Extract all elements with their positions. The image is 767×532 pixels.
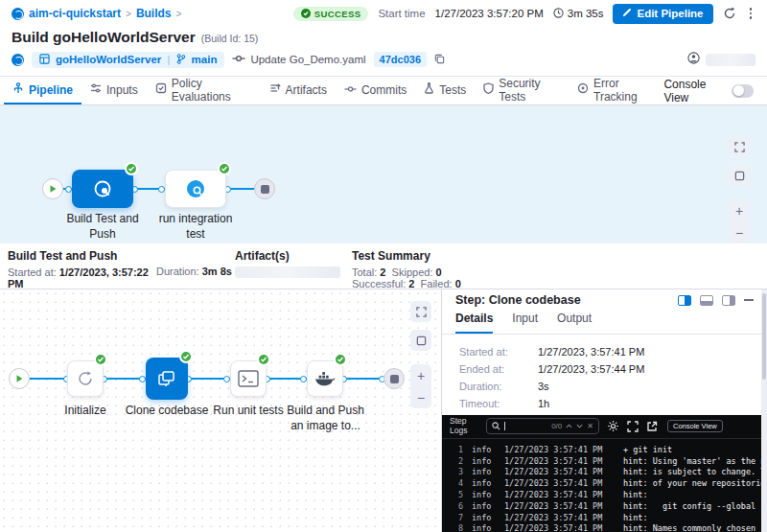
breadcrumb-separator: > — [126, 9, 131, 19]
success-check-icon — [301, 9, 311, 18]
log-line: 2info1/27/2023 3:57:41 PMhint: Using 'ma… — [448, 455, 767, 467]
ci-module-icon — [12, 54, 24, 66]
fit-to-screen-icon[interactable] — [729, 165, 750, 186]
log-fullscreen-icon[interactable] — [627, 421, 639, 432]
stage-graph-canvas[interactable]: Build Test and Push run integration test… — [0, 105, 767, 243]
zoom-in-button[interactable]: + — [735, 203, 743, 219]
log-line: 7info1/27/2023 3:57:41 PMhint: — [448, 512, 767, 523]
zoom-out-button[interactable]: − — [735, 225, 743, 241]
log-line: 3info1/27/2023 3:57:41 PMhint: is subjec… — [448, 466, 767, 477]
tab-input[interactable]: Input — [512, 312, 538, 334]
search-clear-icon[interactable]: ✕ — [587, 423, 593, 430]
step-details-panel: Step: Clone codebase Details Input Outpu… — [441, 289, 767, 532]
stop-icon — [261, 185, 269, 194]
tab-details[interactable]: Details — [455, 312, 493, 334]
stage-node-run-integration-test[interactable] — [165, 170, 226, 208]
fullscreen-icon[interactable] — [410, 301, 431, 322]
zoom-out-button[interactable]: − — [417, 390, 425, 405]
tab-commits[interactable]: Commits — [336, 77, 415, 104]
redacted-artifact-value — [235, 266, 340, 278]
log-line: 5info1/27/2023 3:57:41 PMhint: — [448, 489, 767, 500]
pipeline-start-node — [42, 178, 63, 199]
search-prev-icon[interactable] — [566, 423, 572, 430]
commit-message-group: Update Go_Demo.yaml — [232, 54, 365, 65]
open-in-new-icon[interactable] — [646, 421, 658, 432]
step-label[interactable]: Build and Push an image to... — [280, 403, 371, 433]
stage-success-icon — [218, 162, 231, 175]
initialize-icon — [76, 369, 95, 388]
stage-label[interactable]: run integration test — [152, 211, 239, 242]
build-meta-row: goHelloWorldServer | main Update Go_Demo… — [0, 46, 767, 77]
play-icon — [48, 184, 58, 194]
panel-scrollbar[interactable] — [761, 289, 767, 532]
tab-pipeline[interactable]: Pipeline — [4, 77, 81, 104]
repo-name: goHelloWorldServer — [56, 54, 161, 65]
build-id: (Build Id: 15) — [201, 33, 259, 44]
clone-codebase-icon — [156, 368, 177, 389]
clock-icon — [553, 8, 564, 20]
step-label[interactable]: Run unit tests — [205, 403, 291, 418]
step-timeout: 1h — [538, 398, 549, 409]
stop-icon — [390, 375, 399, 383]
search-icon — [492, 422, 500, 430]
text-cursor — [504, 422, 505, 430]
terminal-icon — [238, 370, 259, 387]
breadcrumb-builds[interactable]: Builds — [136, 7, 172, 20]
edit-pipeline-button[interactable]: Edit Pipeline — [613, 4, 712, 24]
stage-label[interactable]: Build Test and Push — [59, 211, 146, 242]
step-duration: 3s — [538, 381, 549, 392]
log-line: 8info1/27/2023 3:57:41 PMhint: Names com… — [448, 522, 767, 532]
tab-artifacts[interactable]: Artifacts — [261, 77, 336, 104]
pill-divider: | — [167, 54, 170, 65]
tab-output[interactable]: Output — [557, 312, 592, 334]
zoom-in-button[interactable]: + — [417, 368, 425, 383]
tab-inputs[interactable]: Inputs — [81, 77, 147, 104]
tab-policy-evaluations[interactable]: Policy Evaluations — [147, 77, 261, 104]
log-settings-gear-icon[interactable] — [607, 420, 619, 432]
step-node-clone-codebase[interactable] — [146, 358, 188, 400]
copy-icon[interactable] — [434, 51, 445, 68]
log-lines[interactable]: 1info1/27/2023 3:57:41 PM+ git init 2inf… — [442, 439, 767, 532]
tab-tests[interactable]: Tests — [415, 77, 475, 104]
artifacts-label: Artifact(s) — [235, 249, 352, 263]
breadcrumb-project[interactable]: aim-ci-quickstart — [29, 7, 121, 20]
tab-security-tests[interactable]: Security Tests — [475, 77, 569, 104]
commit-sha[interactable]: 47dc036 — [374, 52, 427, 67]
step-panel-tabs: Details Input Output — [442, 312, 767, 335]
step-success-icon — [179, 350, 193, 363]
step-graph-canvas[interactable]: Initialize Clone codebase Run unit tests… — [0, 289, 441, 532]
execution-end-node — [384, 368, 405, 389]
stage-duration: 3m 8s — [202, 266, 232, 277]
step-label[interactable]: Clone codebase — [124, 403, 210, 418]
layout-panel-right-icon[interactable] — [722, 295, 735, 306]
commits-icon — [344, 83, 357, 97]
tab-error-tracking[interactable]: Error Tracking — [569, 77, 663, 104]
more-options-icon[interactable] — [746, 6, 756, 21]
console-view-button[interactable]: Console View — [667, 420, 723, 432]
log-line: 6info1/27/2023 3:57:41 PMhint: git confi… — [448, 500, 767, 512]
console-view-toggle[interactable] — [732, 84, 754, 98]
stage-success-icon — [125, 162, 138, 175]
tests-icon — [424, 82, 434, 97]
minimize-panel-icon[interactable] — [744, 299, 754, 301]
user-icon — [687, 51, 700, 68]
repo-branch-pill[interactable]: goHelloWorldServer | main — [32, 52, 224, 68]
top-bar: aim-ci-quickstart > Builds > SUCCESS Sta… — [0, 0, 767, 27]
log-search-input[interactable]: 0/0 ✕ — [486, 418, 599, 434]
search-next-icon[interactable] — [576, 423, 583, 430]
step-success-icon — [257, 353, 270, 366]
fit-to-screen-icon[interactable] — [410, 330, 431, 351]
pencil-icon — [622, 8, 632, 19]
stage-node-build-test-and-push[interactable] — [72, 170, 133, 208]
test-summary-title: Test Summary — [352, 249, 759, 263]
step-started-at: 1/27/2023, 3:57:41 PM — [538, 346, 644, 358]
fullscreen-icon[interactable] — [729, 136, 750, 157]
refresh-icon[interactable] — [723, 7, 736, 20]
step-label[interactable]: Initialize — [47, 403, 124, 418]
play-icon — [14, 374, 24, 383]
ci-stage-icon — [93, 179, 112, 198]
layout-split-right-icon[interactable] — [678, 295, 691, 306]
commit-message: Update Go_Demo.yaml — [250, 54, 365, 65]
layout-split-bottom-icon[interactable] — [700, 295, 713, 306]
repository-icon — [39, 54, 50, 66]
